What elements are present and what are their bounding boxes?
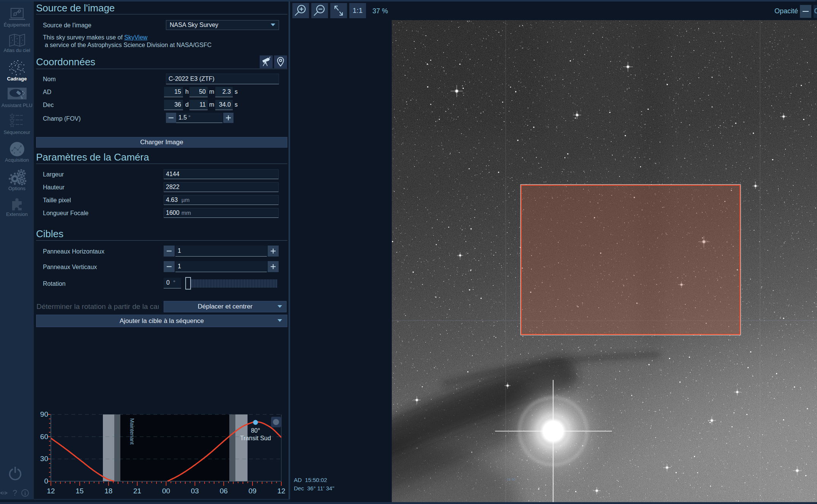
svg-text:21: 21 (133, 487, 141, 495)
svg-text:60: 60 (40, 433, 48, 441)
svg-text:90: 90 (40, 411, 48, 418)
svg-text:Maintenant: Maintenant (129, 418, 135, 444)
svg-text:09: 09 (249, 487, 257, 495)
svg-text:12: 12 (277, 487, 285, 495)
svg-text:06: 06 (220, 487, 228, 495)
svg-text:03: 03 (191, 487, 199, 495)
svg-text:i: i (24, 490, 26, 496)
svg-text:?: ? (13, 489, 17, 498)
svg-text:15 50: 15 50 (507, 477, 516, 481)
svg-text:12: 12 (47, 487, 55, 495)
svg-text:00: 00 (162, 487, 170, 495)
svg-text:0: 0 (44, 477, 48, 485)
svg-text:Transit Sud: Transit Sud (240, 435, 271, 441)
svg-text:80°: 80° (251, 427, 260, 434)
svg-text:30: 30 (40, 455, 48, 463)
svg-text:18: 18 (104, 487, 112, 495)
svg-text:15: 15 (76, 487, 84, 495)
